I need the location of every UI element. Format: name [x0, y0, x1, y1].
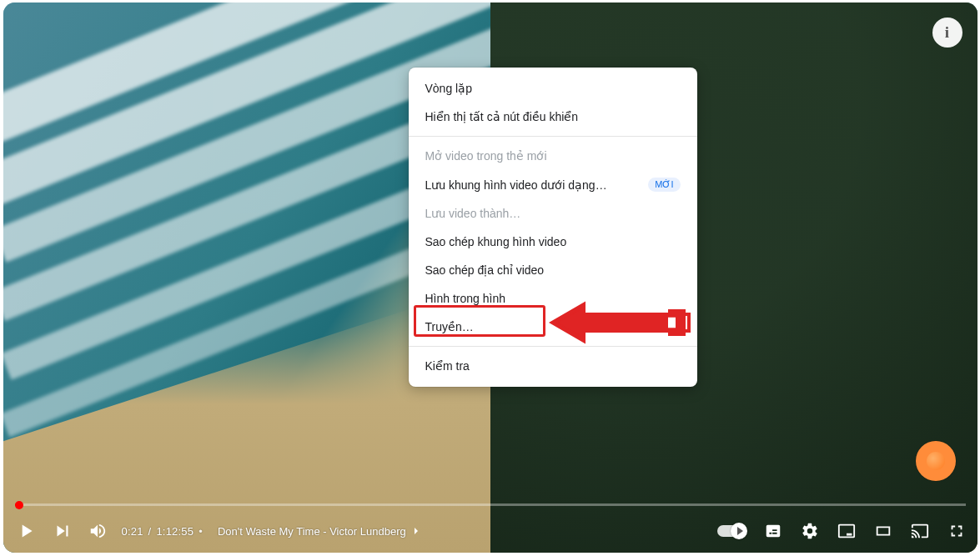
context-menu-item-label: Lưu video thành… — [425, 207, 521, 220]
progress-thumb[interactable] — [15, 501, 23, 509]
progress-bar[interactable] — [15, 503, 966, 506]
time-total: 1:12:55 — [156, 525, 193, 538]
context-menu-item[interactable]: Vòng lặp — [409, 74, 697, 103]
context-menu-item[interactable]: Hiển thị tất cả nút điều khiển — [409, 103, 697, 131]
fullscreen-icon[interactable] — [947, 522, 966, 540]
context-menu-item-label: Truyền… — [425, 320, 474, 333]
miniplayer-icon[interactable] — [837, 522, 856, 540]
dot-separator: • — [199, 525, 203, 538]
context-menu-item: Lưu video thành… — [409, 199, 697, 228]
context-menu-item-label: Sao chép khung hình video — [425, 235, 567, 248]
time-current: 0:21 — [122, 525, 143, 538]
next-icon[interactable] — [52, 520, 73, 542]
context-menu-item[interactable]: Sao chép địa chỉ video — [409, 256, 697, 284]
context-menu-item-label: Sao chép địa chỉ video — [425, 263, 545, 277]
context-menu: Vòng lặpHiển thị tất cả nút điều khiểnMở… — [409, 68, 697, 387]
context-menu-item-label: Lưu khung hình video dưới dạng… — [425, 178, 607, 192]
context-menu-item[interactable]: Sao chép khung hình video — [409, 228, 697, 256]
channel-avatar[interactable] — [916, 441, 956, 481]
chapter-title: Don't Waste My Time - Victor Lundberg — [218, 525, 406, 538]
settings-icon[interactable] — [801, 522, 819, 540]
new-badge: MỚI — [648, 178, 680, 192]
cast-icon[interactable] — [911, 522, 929, 540]
chapter-button[interactable]: Don't Waste My Time - Victor Lundberg — [218, 524, 423, 538]
context-menu-item-label: Hình trong hình — [425, 292, 506, 305]
time-separator: / — [148, 525, 152, 538]
time-display: 0:21 / 1:12:55 • — [122, 525, 203, 538]
autoplay-toggle[interactable] — [717, 525, 746, 537]
controls-bar: 0:21 / 1:12:55 • Don't Waste My Time - V… — [3, 509, 977, 553]
theater-icon[interactable] — [874, 522, 892, 540]
volume-icon[interactable] — [88, 522, 107, 540]
context-menu-item[interactable]: Hình trong hình — [409, 284, 697, 313]
context-menu-item[interactable]: Kiểm tra — [409, 352, 697, 380]
context-menu-item: Mở video trong thẻ mới — [409, 142, 697, 170]
context-menu-item[interactable]: Lưu khung hình video dưới dạng…MỚI — [409, 170, 697, 199]
video-player[interactable]: i 0:21 / 1:12:55 • Don't Waste My Time -… — [3, 3, 977, 553]
context-menu-item-label: Kiểm tra — [425, 359, 470, 373]
play-icon[interactable] — [15, 520, 37, 542]
context-menu-item-label: Mở video trong thẻ mới — [425, 149, 547, 163]
context-menu-divider — [409, 346, 697, 347]
subtitles-icon[interactable] — [764, 522, 782, 540]
context-menu-item-label: Hiển thị tất cả nút điều khiển — [425, 110, 579, 123]
info-icon[interactable]: i — [932, 18, 962, 48]
context-menu-item-label: Vòng lặp — [425, 82, 472, 95]
context-menu-item[interactable]: Truyền… — [409, 313, 697, 341]
chevron-right-icon — [410, 524, 423, 538]
context-menu-divider — [409, 136, 697, 137]
